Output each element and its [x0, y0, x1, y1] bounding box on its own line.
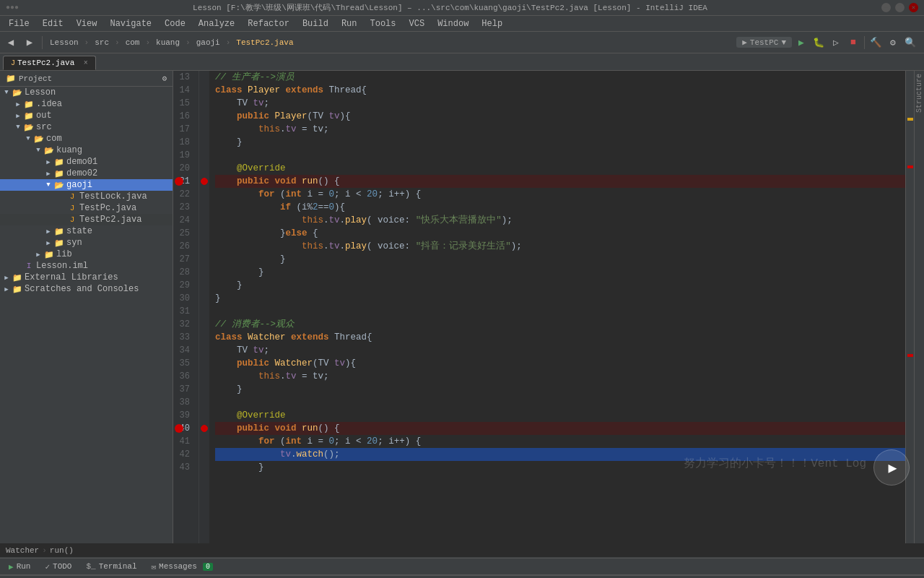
menu-edit[interactable]: Edit: [37, 17, 69, 30]
bottom-tab-todo[interactable]: ✓ TODO: [39, 561, 77, 573]
gm-30: [199, 292, 209, 305]
panel-gear[interactable]: ⚙: [162, 74, 167, 83]
code-area[interactable]: // 生产者-->演员 class Player extends Thread{…: [209, 71, 905, 543]
close-button[interactable]: ✕: [909, 3, 918, 12]
close-tab-button[interactable]: ×: [84, 59, 88, 67]
i-22: i =: [308, 188, 329, 201]
folder-icon-idea: 📁: [23, 100, 35, 109]
brace-33: {: [367, 331, 372, 344]
tree-item-syn[interactable]: ▶ 📁 syn: [0, 237, 173, 249]
tree-item-demo02[interactable]: ▶ 📁 demo02: [0, 168, 173, 179]
build-button[interactable]: 🔨: [868, 35, 884, 51]
menu-file[interactable]: File: [3, 17, 35, 30]
menu-vcs[interactable]: VCS: [404, 17, 431, 30]
code-line-43: }: [215, 461, 905, 474]
breadcrumb-com[interactable]: com: [123, 35, 143, 51]
bottom-tab-terminal[interactable]: $_ Terminal: [80, 561, 142, 572]
line-numbers: 13 14 15 16 17 18 19 20 21 22 23 24 25 2…: [173, 71, 199, 543]
line-22: 22: [173, 188, 194, 201]
play-overlay-button[interactable]: ▶: [873, 449, 910, 486]
tree-item-kuang[interactable]: ▼ 📂 kuang: [0, 144, 173, 156]
titlebar-controls: — □ ✕: [881, 3, 918, 12]
messages-icon: ✉: [151, 562, 156, 571]
menu-build[interactable]: Build: [297, 17, 334, 30]
gm-22: [199, 188, 209, 201]
tree-item-gaoji[interactable]: ▼ 📂 gaoji: [0, 179, 173, 191]
arrow-demo02: ▶: [43, 170, 53, 178]
tree-item-testlock[interactable]: J TestLock.java: [0, 191, 173, 202]
gm-16: [199, 110, 209, 123]
bottom-tab-messages[interactable]: ✉ Messages 0: [145, 561, 218, 573]
breadcrumb-testpc2[interactable]: TestPc2.java: [233, 35, 296, 51]
structure-label[interactable]: Structure: [915, 74, 923, 113]
num-0-41: 0: [329, 435, 335, 448]
code-line-28: }: [215, 266, 905, 279]
tree-item-testpc2[interactable]: J TestPc2.java: [0, 214, 173, 225]
breadcrumb-run[interactable]: run(): [50, 546, 74, 555]
line-31: 31: [173, 305, 194, 318]
semi-15: ;: [264, 97, 270, 110]
bottom-tab-run[interactable]: ▶ Run: [3, 561, 36, 573]
gm-24: [199, 214, 209, 227]
tree-item-external[interactable]: ▶ 📁 External Libraries: [0, 272, 173, 283]
menu-code[interactable]: Code: [159, 17, 191, 30]
menu-help[interactable]: Help: [476, 17, 508, 30]
maximize-button[interactable]: □: [895, 3, 905, 12]
tree-item-lesson[interactable]: ▼ 📂 Lesson: [0, 87, 173, 98]
brace-28: }: [258, 266, 264, 279]
arrow-lib: ▶: [33, 251, 43, 259]
tree-item-lib[interactable]: ▶ 📁 lib: [0, 249, 173, 260]
tree-item-out[interactable]: ▶ 📁 out: [0, 110, 173, 121]
tree-item-lessonxml[interactable]: I Lesson.iml: [0, 260, 173, 272]
run-config-arrow: ▼: [781, 38, 786, 47]
menu-tools[interactable]: Tools: [365, 17, 402, 30]
tree-item-com[interactable]: ▼ 📂 com: [0, 133, 173, 144]
folder-icon-demo01: 📁: [53, 158, 65, 167]
tab-testpc2[interactable]: JTestPc2.java ×: [3, 56, 96, 70]
semi-24: );: [502, 214, 513, 227]
project-panel: 📁 Project ⚙ ▼ 📂 Lesson ▶ 📁 .idea ▶ 📁: [0, 71, 173, 543]
breadcrumb-gaoji[interactable]: gaoji: [193, 35, 223, 51]
kw-public-35: public: [237, 357, 275, 370]
label-src: src: [36, 122, 52, 132]
tree-item-demo01[interactable]: ▶ 📁 demo01: [0, 156, 173, 168]
menu-run[interactable]: Run: [336, 17, 363, 30]
tree-item-state[interactable]: ▶ 📁 state: [0, 225, 173, 237]
run-with-coverage[interactable]: ▷: [828, 35, 844, 51]
gm-35: [199, 357, 209, 370]
todo-tab-label: TODO: [53, 562, 71, 571]
gm-23: [199, 201, 209, 214]
brace-18: }: [237, 136, 243, 149]
tabs-row: JTestPc2.java ×: [0, 53, 924, 71]
cls-player: Player: [248, 84, 286, 97]
run-button[interactable]: ▶: [793, 35, 809, 51]
gm-38: [199, 396, 209, 409]
minimize-button[interactable]: —: [881, 3, 891, 12]
menu-navigate[interactable]: Navigate: [104, 17, 157, 30]
tree-item-src[interactable]: ▼ 📂 src: [0, 121, 173, 133]
tree-item-idea[interactable]: ▶ 📁 .idea: [0, 98, 173, 110]
search-everywhere[interactable]: 🔍: [902, 35, 918, 51]
num-20-41: 20: [367, 435, 378, 448]
play-icon: ▶: [888, 459, 897, 477]
breadcrumb-kuang[interactable]: kuang: [153, 35, 183, 51]
debug-button[interactable]: 🐛: [811, 35, 827, 51]
tree-item-scratches[interactable]: ▶ 📁 Scratches and Consoles: [0, 283, 173, 295]
run-config-selector[interactable]: ▶ TestPC ▼: [736, 37, 792, 48]
code-line-27: }: [215, 253, 905, 266]
breadcrumb-watcher[interactable]: Watcher: [6, 546, 39, 555]
toolbar-forward[interactable]: ▶: [22, 35, 38, 51]
label-state: state: [66, 226, 92, 236]
menu-view[interactable]: View: [71, 17, 103, 30]
line-16: 16: [173, 110, 194, 123]
breadcrumb-src[interactable]: src: [92, 35, 112, 51]
tree-item-testpc[interactable]: J TestPc.java: [0, 202, 173, 214]
settings-button[interactable]: ⚙: [885, 35, 901, 51]
breadcrumb-lesson[interactable]: Lesson: [47, 35, 82, 51]
stop-button[interactable]: ■: [845, 35, 861, 51]
menu-analyze[interactable]: Analyze: [193, 17, 240, 30]
menu-window[interactable]: Window: [432, 17, 474, 30]
messages-badge: 0: [203, 563, 213, 571]
toolbar-back[interactable]: ◀: [3, 35, 19, 51]
menu-refactor[interactable]: Refactor: [242, 17, 295, 30]
